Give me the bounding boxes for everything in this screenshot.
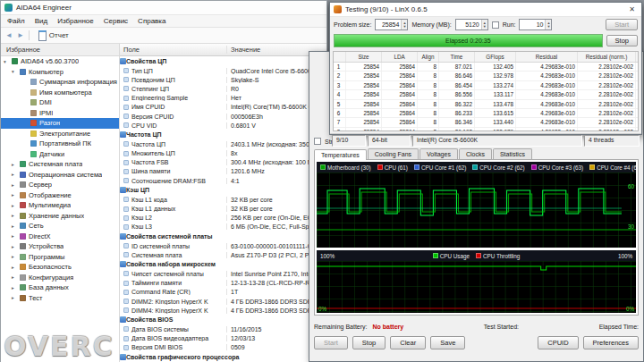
table-section-row[interactable]: Кэш ЦП xyxy=(120,185,326,195)
grid-row[interactable]: 22585425864886.646132.9784.29683e-0102.2… xyxy=(334,72,638,80)
tree-item[interactable]: ▸Мультимедиа xyxy=(1,200,119,211)
table-row[interactable]: Версия CPUID000506E3h xyxy=(120,112,326,121)
linx-titlebar[interactable]: Testing (9/10) - LinX 0.6.5 ✕ xyxy=(330,3,641,17)
table-section-row[interactable]: Свойства системной платы xyxy=(120,232,326,241)
table-row[interactable]: Версия DMI BIOS0509 xyxy=(120,343,326,352)
cpuid-button[interactable]: CPUID xyxy=(538,336,578,349)
back-icon[interactable]: ◄ xyxy=(5,31,13,39)
table-row[interactable]: Кэш L1 данных32 KB per core xyxy=(120,204,326,213)
grid-row[interactable]: 52585425864886.322133.4784.29683e-0102.2… xyxy=(334,100,638,109)
field-column-header[interactable]: Поле xyxy=(120,46,227,54)
table-row[interactable]: Дата BIOS системы11/16/2015 xyxy=(120,324,326,333)
problem-size-value[interactable]: 25854 xyxy=(376,20,401,29)
tree-item[interactable]: Электропитание xyxy=(1,129,119,139)
legend-item[interactable]: CPU Usage xyxy=(433,253,470,259)
legend-item[interactable]: CPU Throttling xyxy=(476,253,520,259)
table-section-row[interactable]: Свойства BIOS xyxy=(120,315,326,324)
save-button[interactable]: Save xyxy=(430,336,465,349)
table-row[interactable]: Степпинг ЦПR0 xyxy=(120,84,326,93)
tree-item[interactable]: Имя компьютера xyxy=(1,88,119,98)
spinner-down-icon[interactable]: ▼ xyxy=(483,25,487,29)
table-row[interactable]: Command Rate (CR)1T xyxy=(120,288,326,297)
menu-item[interactable]: Вид xyxy=(35,17,47,25)
tree-item[interactable]: ▸Сервер xyxy=(1,180,119,190)
tab-statistics[interactable]: Statistics xyxy=(493,148,532,159)
memory-stepper[interactable]: 5120 ▲▼ xyxy=(455,19,488,30)
spinner-down-icon[interactable]: ▼ xyxy=(402,25,406,29)
table-row[interactable]: Engineering SampleНет xyxy=(120,94,326,103)
menu-item[interactable]: Файл xyxy=(7,17,25,25)
table-section-row[interactable]: Частота ЦП xyxy=(120,130,326,139)
table-row[interactable]: Системная платаAsus Z170-P D3 (2 PCI, 2 … xyxy=(120,250,326,259)
run-value[interactable]: 10 xyxy=(520,20,545,29)
linx-start-button[interactable]: Start xyxy=(606,19,638,30)
close-icon[interactable]: ✕ xyxy=(626,5,638,13)
forward-icon[interactable]: ► xyxy=(17,31,24,39)
grid-row[interactable]: 82585425864886.192133.6794.29683e-0102.2… xyxy=(334,128,638,131)
table-section-row[interactable]: Свойства графического процессора xyxy=(120,352,326,362)
legend-item[interactable]: CPU Core #2 (62) xyxy=(472,164,524,171)
tree-item[interactable]: ▸Системная плата xyxy=(1,159,119,170)
tree-item[interactable]: Разгон xyxy=(1,118,119,129)
table-row[interactable]: Чипсет системной платыIntel Sunrise Poin… xyxy=(120,269,326,278)
tree-item[interactable]: ▸Сеть xyxy=(1,221,119,232)
tree-item[interactable]: Суммарная информация xyxy=(1,77,119,88)
table-row[interactable]: Дата BIOS видеоадаптера12/03/13 xyxy=(120,334,326,343)
tree-item[interactable]: ▸Безопасность xyxy=(1,262,119,273)
clear-button[interactable]: Clear xyxy=(390,336,426,349)
table-row[interactable]: Соотношение DRAM:FSB4:1 xyxy=(120,176,326,185)
sidebar-tab-favorites[interactable]: Избранное xyxy=(1,44,119,56)
tab-clocks[interactable]: Clocks xyxy=(459,148,492,159)
memory-value[interactable]: 5120 xyxy=(456,20,481,29)
table-row[interactable]: CPU VID0.6801 V xyxy=(120,121,326,130)
tree-item[interactable]: ▸Хранение данных xyxy=(1,211,119,222)
table-row[interactable]: Частота ЦП2403.1 MHz (исходная: 3500 MHz… xyxy=(120,139,326,148)
table-row[interactable]: Кэш L36 МБ (On-Die, ECC, Full-Speed) xyxy=(120,223,326,232)
linx-stop-button[interactable]: Stop xyxy=(606,35,638,46)
table-row[interactable]: DIMM2: Kingston HyperX K4 ГБ DDR3-1866 D… xyxy=(120,297,326,306)
grid-row[interactable]: 42585425864886.556133.1174.29683e-0102.2… xyxy=(334,90,638,99)
tree-item[interactable]: ▸Отображение xyxy=(1,190,119,201)
start-button[interactable]: Start xyxy=(314,336,348,349)
tree-item[interactable]: ▸База данных xyxy=(1,282,119,293)
grid-row[interactable]: 72585425864886.346133.4404.29683e-0102.2… xyxy=(334,118,638,127)
legend-item[interactable]: CPU Core #4 (60) xyxy=(589,164,636,171)
tree-item[interactable]: ▸DirectX xyxy=(1,232,119,242)
grid-row[interactable]: 12585425864887.021132.4054.29683e-0102.2… xyxy=(334,63,638,72)
preferences-button[interactable]: Preferences xyxy=(583,336,639,349)
legend-item[interactable]: Motherboard (30) xyxy=(320,164,371,171)
problem-size-stepper[interactable]: 25854 ▲▼ xyxy=(375,19,408,30)
tab-voltages[interactable]: Voltages xyxy=(419,148,458,159)
table-row[interactable]: Псевдоним ЦПSkylake-S xyxy=(120,75,326,84)
tree-item[interactable]: ▸Программы xyxy=(1,252,119,263)
tree-item[interactable]: ▸Устройства xyxy=(1,241,119,252)
menu-item[interactable]: Избранное xyxy=(57,17,94,25)
spinner-down-icon[interactable]: ▼ xyxy=(547,25,550,29)
tree-item[interactable]: ▾Компьютер xyxy=(1,67,119,78)
aida-titlebar[interactable]: AIDA64 Engineer xyxy=(1,1,326,15)
table-row[interactable]: Имя CPUIDIntel(R) Core(TM) i5-6600K CPU … xyxy=(120,103,326,112)
tab-cooling-fans[interactable]: Cooling Fans xyxy=(368,148,419,159)
tree-item[interactable]: IPMI xyxy=(1,108,119,119)
tree-item[interactable]: Датчики xyxy=(1,149,119,160)
legend-item[interactable]: CPU Core #1 (62) xyxy=(414,164,466,171)
tree-item[interactable]: ▸Конфигурация xyxy=(1,273,119,283)
stress-gpu-checkbox[interactable] xyxy=(314,138,321,145)
grid-row[interactable]: 62585425864886.233133.6154.29683e-0102.2… xyxy=(334,109,638,118)
table-row[interactable]: ID системной платы63-0100-000001-0010111… xyxy=(120,241,326,250)
table-section-row[interactable]: Свойства ЦП xyxy=(120,56,326,66)
menu-item[interactable]: Справка xyxy=(138,17,165,25)
tree-item[interactable]: ▾AIDA64 v5.60.3700 xyxy=(1,56,119,67)
legend-item[interactable]: CPU Core #3 (63) xyxy=(531,164,583,171)
table-row[interactable]: Тип ЦПQuadCore Intel Core i5-6600K xyxy=(120,66,326,75)
menu-item[interactable]: Сервис xyxy=(104,17,128,25)
table-row[interactable]: Частота FSB300.4 MHz (исходная: 100 MHz,… xyxy=(120,158,326,167)
tree-item[interactable]: ▸Тест xyxy=(1,293,119,304)
grid-row[interactable]: 32585425864886.454133.2744.29683e-0102.2… xyxy=(334,81,638,90)
stop-button[interactable]: Stop xyxy=(352,336,386,349)
table-row[interactable]: Кэш L1 кода32 KB per core xyxy=(120,195,326,204)
tree-item[interactable]: Портативный ПК xyxy=(1,139,119,149)
table-section-row[interactable]: Свойства набора микросхем xyxy=(120,259,326,269)
table-row[interactable]: DIMM4: Kingston HyperX K4 ГБ DDR3-1866 D… xyxy=(120,306,326,315)
table-row[interactable]: Тайминги памяти12-13-13-28 (CL-RCD-RP-RA… xyxy=(120,279,326,288)
